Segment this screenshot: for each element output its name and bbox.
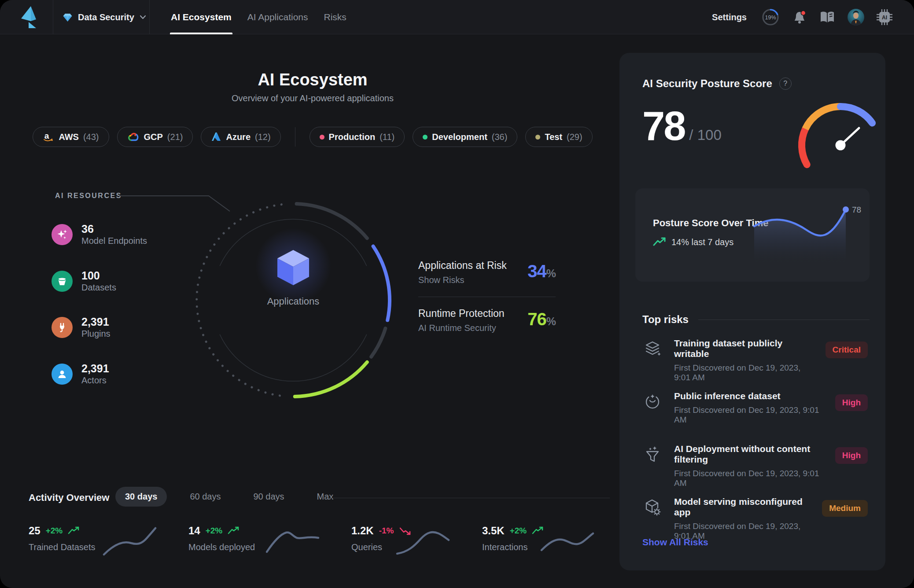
metric-trained-datasets: 25 +2% Trained Datasets [29,525,96,552]
chip-label: Production [329,132,376,142]
queries-sparkline [395,525,450,556]
top-risks-heading: Top risks [642,313,689,326]
range-30-days[interactable]: 30 days [115,487,167,507]
score-gauge [792,97,889,194]
trend-up-icon [68,526,80,535]
chip-label: AWS [59,132,79,142]
ring-center-label: Applications [249,296,337,307]
risk-title: Training dataset publicly writable [674,338,814,359]
metric-delta: +2% [206,526,223,536]
production-dot-icon [320,135,324,140]
risk-discovered: First Discovered on Dec 19, 2023, 9:01 A… [674,405,824,425]
resource-label: Plugins [81,328,111,339]
page-subtitle: Overview of your AI-powered applications [0,93,625,103]
resource-datasets[interactable]: 100 Datasets [52,269,116,293]
ring-blue-segment [373,246,390,320]
stat-percentage: 34% [527,261,556,281]
severity-badge: High [835,394,868,411]
severity-badge: Medium [822,500,868,517]
ring-stats: Applications at Risk Show Risks 34% Runt… [418,260,556,333]
stats-divider [418,297,556,297]
risk-row-public-inference[interactable]: Public inference dataset First Discovere… [642,391,868,425]
help-icon[interactable]: ? [779,77,792,90]
metric-delta: +2% [510,526,527,536]
activity-overview-heading: Activity Overview [29,492,109,503]
stat-applications-at-risk: Applications at Risk Show Risks 34% [418,260,556,285]
gem-icon [63,12,73,22]
filter-chip-test[interactable]: Test (29) [525,127,592,147]
severity-badge: Critical [826,342,868,358]
bucket-icon [52,271,73,292]
risk-discovered: First Discovered on Dec 19, 2023, 9:01 A… [674,469,824,488]
docs-book-icon[interactable] [819,10,836,24]
chip-count: (29) [567,132,582,142]
filter-chip-gcp[interactable]: GCP (21) [117,127,193,147]
trend-point-label: 78 [852,205,861,214]
gcp-icon [127,132,140,142]
resource-actors[interactable]: 2,391 Actors [52,362,109,386]
posture-trend-chart: 78 [752,199,862,272]
range-90-days[interactable]: 90 days [243,487,294,507]
risk-title: AI Deployment without content filtering [674,444,824,465]
top-nav: Data Security AI Ecosystem AI Applicatio… [0,0,914,34]
metric-models-deployed: 14 +2% Models deployed [188,525,255,552]
time-range-selector: 30 days 60 days 90 days Max [115,487,343,507]
filter-chip-azure[interactable]: Azure (12) [201,127,280,147]
trained-datasets-sparkline [102,525,157,556]
chip-count: (21) [167,132,183,142]
activity-divider [328,498,610,498]
risk-row-content-filtering[interactable]: AI Deployment without content filtering … [642,444,868,488]
score-value: 78 [642,106,685,146]
tab-ai-ecosystem[interactable]: AI Ecosystem [171,0,232,34]
filter-chip-development[interactable]: Development (36) [413,127,517,147]
svg-text:AI: AI [882,15,887,21]
risk-row-training-dataset[interactable]: Training dataset publicly writable First… [642,338,868,382]
nav-divider [149,0,150,34]
chip-label: Test [545,132,562,142]
metric-label: Models deployed [188,542,255,552]
ai-chip-icon[interactable]: AI [876,9,893,26]
panel-title: AI Security Posture Score [642,77,772,90]
tab-risks[interactable]: Risks [324,0,346,34]
nav-right-cluster: Settings 19% [712,0,893,34]
chip-label: Development [432,132,487,142]
nav-tabs: AI Ecosystem AI Applications Risks [171,0,346,34]
test-dot-icon [535,135,540,140]
tab-ai-applications[interactable]: AI Applications [247,0,308,34]
show-all-risks-link[interactable]: Show All Risks [642,537,708,548]
chip-label: GCP [144,132,163,142]
progress-value: 19% [765,15,776,21]
models-deployed-sparkline [265,525,320,556]
risk-row-model-serving[interactable]: Model serving misconfigured app First Di… [642,496,868,541]
range-max[interactable]: Max [307,487,343,507]
metric-label: Trained Datasets [29,542,96,552]
risk-discovered: First Discovered on Dec 19, 2023, 9:01 A… [674,363,814,382]
resource-model-endpoints[interactable]: 36 Model Endpoints [52,223,147,246]
trend-delta: 14% last 7 days [653,237,733,247]
plug-icon [52,317,73,338]
resource-value: 2,391 [81,316,111,328]
product-name: Data Security [78,12,134,22]
chip-count: (43) [83,132,99,142]
app-logo[interactable] [0,0,53,34]
product-switcher[interactable]: Data Security [53,0,149,34]
filter-chip-production[interactable]: Production (11) [310,127,405,147]
posture-score-panel: AI Security Posture Score ? 78 / 100 1-3… [619,53,885,570]
resource-label: Actors [81,375,109,386]
settings-button[interactable]: Settings [712,12,747,22]
risk-title: Public inference dataset [674,391,824,401]
usage-progress-ring[interactable]: 19% [761,7,780,27]
page-title: AI Ecosystem [0,70,625,89]
metric-value: 3.5K [482,525,505,537]
resource-plugins[interactable]: 2,391 Plugins [52,316,111,339]
filter-chip-aws[interactable]: a AWS (43) [33,127,109,147]
user-avatar[interactable] [847,8,865,26]
resource-label: Model Endpoints [81,235,147,246]
trend-up-icon [653,237,666,247]
stat-percentage: 76% [527,309,556,329]
notifications-bell-icon[interactable] [792,9,807,25]
cube-gear-icon [642,497,663,518]
chip-label: Azure [226,132,251,142]
logo-icon [15,4,38,30]
range-60-days[interactable]: 60 days [180,487,230,507]
